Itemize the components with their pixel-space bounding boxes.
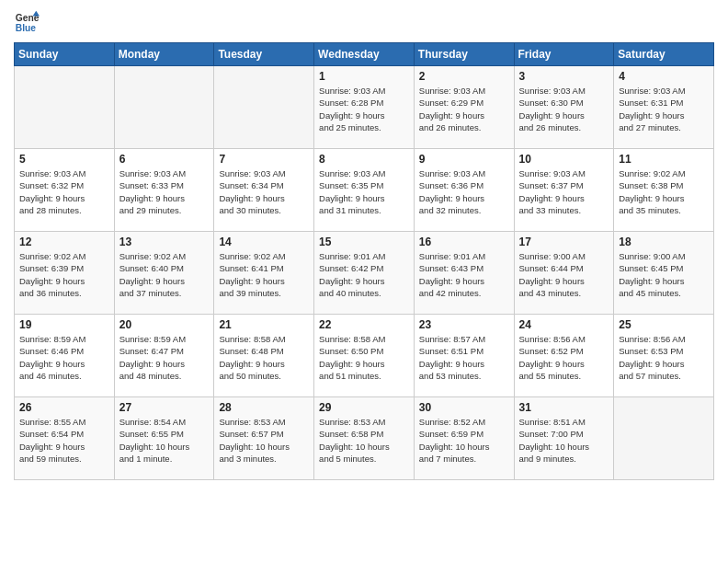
- calendar-cell: 7Sunrise: 9:03 AM Sunset: 6:34 PM Daylig…: [214, 149, 314, 232]
- calendar-cell: 3Sunrise: 9:03 AM Sunset: 6:30 PM Daylig…: [514, 66, 614, 149]
- calendar-cell: 24Sunrise: 8:56 AM Sunset: 6:52 PM Dayli…: [514, 315, 614, 397]
- calendar-cell: 28Sunrise: 8:53 AM Sunset: 6:57 PM Dayli…: [214, 397, 314, 480]
- weekday-header-saturday: Saturday: [614, 43, 714, 66]
- weekday-header-row: SundayMondayTuesdayWednesdayThursdayFrid…: [15, 43, 714, 66]
- day-info: Sunrise: 9:03 AM Sunset: 6:31 PM Dayligh…: [619, 85, 709, 133]
- calendar-week-row: 26Sunrise: 8:55 AM Sunset: 6:54 PM Dayli…: [15, 397, 714, 480]
- day-number: 5: [19, 153, 109, 166]
- day-number: 26: [19, 401, 109, 414]
- day-info: Sunrise: 8:53 AM Sunset: 6:58 PM Dayligh…: [319, 416, 409, 465]
- calendar-cell: 4Sunrise: 9:03 AM Sunset: 6:31 PM Daylig…: [614, 66, 714, 149]
- calendar-cell: 17Sunrise: 9:00 AM Sunset: 6:44 PM Dayli…: [514, 232, 614, 315]
- day-number: 12: [19, 236, 109, 248]
- calendar-cell: 16Sunrise: 9:01 AM Sunset: 6:43 PM Dayli…: [414, 232, 514, 315]
- weekday-header-tuesday: Tuesday: [214, 43, 314, 66]
- day-info: Sunrise: 9:01 AM Sunset: 6:43 PM Dayligh…: [419, 250, 509, 299]
- day-number: 27: [119, 401, 210, 414]
- day-number: 9: [419, 153, 509, 166]
- day-number: 30: [419, 401, 509, 414]
- day-info: Sunrise: 9:03 AM Sunset: 6:35 PM Dayligh…: [319, 167, 409, 216]
- day-number: 14: [219, 236, 309, 248]
- day-info: Sunrise: 8:52 AM Sunset: 6:59 PM Dayligh…: [419, 416, 509, 465]
- day-number: 24: [519, 318, 609, 331]
- day-info: Sunrise: 9:00 AM Sunset: 6:44 PM Dayligh…: [519, 250, 609, 299]
- day-info: Sunrise: 9:03 AM Sunset: 6:32 PM Dayligh…: [19, 167, 109, 216]
- day-info: Sunrise: 8:55 AM Sunset: 6:54 PM Dayligh…: [19, 416, 109, 465]
- calendar-cell: 15Sunrise: 9:01 AM Sunset: 6:42 PM Dayli…: [314, 232, 415, 315]
- calendar-table: SundayMondayTuesdayWednesdayThursdayFrid…: [14, 42, 714, 480]
- weekday-header-monday: Monday: [114, 43, 214, 66]
- day-info: Sunrise: 8:56 AM Sunset: 6:53 PM Dayligh…: [619, 333, 709, 382]
- day-number: 31: [519, 401, 609, 414]
- calendar-cell: 27Sunrise: 8:54 AM Sunset: 6:55 PM Dayli…: [114, 397, 214, 480]
- day-number: 23: [419, 318, 509, 331]
- day-info: Sunrise: 8:51 AM Sunset: 7:00 PM Dayligh…: [519, 416, 609, 465]
- calendar-cell: 31Sunrise: 8:51 AM Sunset: 7:00 PM Dayli…: [514, 397, 614, 480]
- calendar-cell: [614, 397, 714, 480]
- day-info: Sunrise: 9:03 AM Sunset: 6:30 PM Dayligh…: [519, 85, 609, 133]
- day-info: Sunrise: 8:58 AM Sunset: 6:48 PM Dayligh…: [219, 333, 309, 382]
- day-number: 7: [219, 153, 309, 166]
- calendar-week-row: 19Sunrise: 8:59 AM Sunset: 6:46 PM Dayli…: [15, 315, 714, 397]
- day-number: 20: [119, 318, 210, 331]
- day-info: Sunrise: 8:59 AM Sunset: 6:46 PM Dayligh…: [19, 333, 109, 382]
- day-number: 28: [219, 401, 309, 414]
- calendar-cell: 5Sunrise: 9:03 AM Sunset: 6:32 PM Daylig…: [15, 149, 115, 232]
- day-number: 10: [519, 153, 609, 166]
- day-number: 13: [119, 236, 210, 248]
- calendar-cell: 6Sunrise: 9:03 AM Sunset: 6:33 PM Daylig…: [114, 149, 214, 232]
- calendar-cell: 9Sunrise: 9:03 AM Sunset: 6:36 PM Daylig…: [414, 149, 514, 232]
- calendar-cell: 13Sunrise: 9:02 AM Sunset: 6:40 PM Dayli…: [114, 232, 214, 315]
- calendar-cell: 10Sunrise: 9:03 AM Sunset: 6:37 PM Dayli…: [514, 149, 614, 232]
- calendar-cell: 2Sunrise: 9:03 AM Sunset: 6:29 PM Daylig…: [414, 66, 514, 149]
- calendar-body: 1Sunrise: 9:03 AM Sunset: 6:28 PM Daylig…: [15, 66, 714, 480]
- day-info: Sunrise: 9:03 AM Sunset: 6:37 PM Dayligh…: [519, 167, 609, 216]
- day-info: Sunrise: 8:54 AM Sunset: 6:55 PM Dayligh…: [119, 416, 210, 465]
- day-info: Sunrise: 8:56 AM Sunset: 6:52 PM Dayligh…: [519, 333, 609, 382]
- day-number: 11: [619, 153, 709, 166]
- calendar-header: SundayMondayTuesdayWednesdayThursdayFrid…: [15, 43, 714, 66]
- weekday-header-wednesday: Wednesday: [314, 43, 415, 66]
- calendar-cell: 1Sunrise: 9:03 AM Sunset: 6:28 PM Daylig…: [314, 66, 415, 149]
- day-info: Sunrise: 9:03 AM Sunset: 6:28 PM Dayligh…: [319, 85, 409, 133]
- day-number: 21: [219, 318, 309, 331]
- day-info: Sunrise: 8:53 AM Sunset: 6:57 PM Dayligh…: [219, 416, 309, 465]
- calendar-cell: 29Sunrise: 8:53 AM Sunset: 6:58 PM Dayli…: [314, 397, 415, 480]
- calendar-cell: 19Sunrise: 8:59 AM Sunset: 6:46 PM Dayli…: [15, 315, 115, 397]
- day-number: 16: [419, 236, 509, 248]
- day-info: Sunrise: 9:03 AM Sunset: 6:29 PM Dayligh…: [419, 85, 509, 133]
- day-number: 8: [319, 153, 409, 166]
- calendar-cell: 14Sunrise: 9:02 AM Sunset: 6:41 PM Dayli…: [214, 232, 314, 315]
- calendar-week-row: 5Sunrise: 9:03 AM Sunset: 6:32 PM Daylig…: [15, 149, 714, 232]
- day-number: 25: [619, 318, 709, 331]
- day-info: Sunrise: 8:58 AM Sunset: 6:50 PM Dayligh…: [319, 333, 409, 382]
- day-number: 17: [519, 236, 609, 248]
- day-number: 6: [119, 153, 210, 166]
- day-info: Sunrise: 8:59 AM Sunset: 6:47 PM Dayligh…: [119, 333, 210, 382]
- day-number: 1: [319, 70, 409, 83]
- day-number: 2: [419, 70, 509, 83]
- calendar-cell: 22Sunrise: 8:58 AM Sunset: 6:50 PM Dayli…: [314, 315, 415, 397]
- day-info: Sunrise: 9:00 AM Sunset: 6:45 PM Dayligh…: [619, 250, 709, 299]
- calendar-cell: [214, 66, 314, 149]
- day-info: Sunrise: 9:02 AM Sunset: 6:39 PM Dayligh…: [19, 250, 109, 299]
- day-number: 29: [319, 401, 409, 414]
- day-number: 18: [619, 236, 709, 248]
- day-info: Sunrise: 9:02 AM Sunset: 6:40 PM Dayligh…: [119, 250, 210, 299]
- calendar-cell: 8Sunrise: 9:03 AM Sunset: 6:35 PM Daylig…: [314, 149, 415, 232]
- logo-icon: General Blue: [14, 9, 40, 35]
- calendar-cell: [114, 66, 214, 149]
- day-info: Sunrise: 9:01 AM Sunset: 6:42 PM Dayligh…: [319, 250, 409, 299]
- calendar-cell: 21Sunrise: 8:58 AM Sunset: 6:48 PM Dayli…: [214, 315, 314, 397]
- day-info: Sunrise: 9:02 AM Sunset: 6:38 PM Dayligh…: [619, 167, 709, 216]
- day-number: 22: [319, 318, 409, 331]
- day-number: 4: [619, 70, 709, 83]
- calendar-cell: 18Sunrise: 9:00 AM Sunset: 6:45 PM Dayli…: [614, 232, 714, 315]
- day-info: Sunrise: 8:57 AM Sunset: 6:51 PM Dayligh…: [419, 333, 509, 382]
- calendar-cell: 11Sunrise: 9:02 AM Sunset: 6:38 PM Dayli…: [614, 149, 714, 232]
- calendar-week-row: 1Sunrise: 9:03 AM Sunset: 6:28 PM Daylig…: [15, 66, 714, 149]
- weekday-header-friday: Friday: [514, 43, 614, 66]
- header: General Blue: [14, 9, 714, 35]
- calendar-cell: 26Sunrise: 8:55 AM Sunset: 6:54 PM Dayli…: [15, 397, 115, 480]
- calendar-cell: 23Sunrise: 8:57 AM Sunset: 6:51 PM Dayli…: [414, 315, 514, 397]
